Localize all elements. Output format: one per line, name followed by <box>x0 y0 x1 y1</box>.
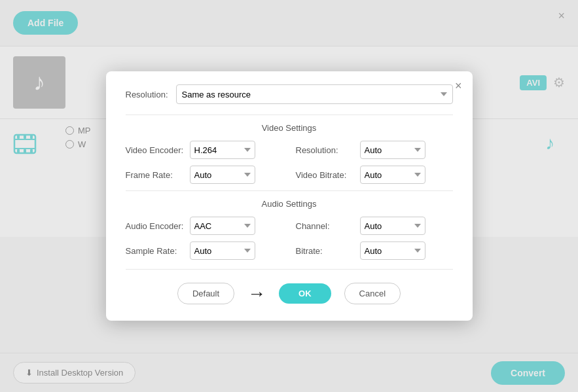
sample-rate-select[interactable]: Auto <box>190 241 255 260</box>
bitrate-label: Bitrate: <box>296 246 355 256</box>
bitrate-select[interactable]: Auto <box>360 241 425 260</box>
ok-button[interactable]: OK <box>279 283 331 304</box>
resolution-top-label: Resolution: <box>126 90 168 99</box>
frame-rate-select[interactable]: Auto <box>190 166 255 184</box>
frame-rate-label: Frame Rate: <box>126 170 185 180</box>
video-bitrate-label: Video Bitrate: <box>296 170 355 180</box>
audio-encoder-select[interactable]: AAC <box>190 217 255 235</box>
sample-rate-row: Sample Rate: Auto <box>126 241 283 260</box>
channel-row: Channel: Auto <box>296 217 453 235</box>
video-encoder-row: Video Encoder: H.264 <box>126 141 283 159</box>
audio-settings-grid: Audio Encoder: AAC Channel: Auto Sample … <box>126 217 453 260</box>
dialog-close-button[interactable]: × <box>455 79 462 93</box>
video-encoder-label: Video Encoder: <box>126 145 185 155</box>
frame-rate-row: Frame Rate: Auto <box>126 166 283 184</box>
arrow-indicator: → <box>247 283 266 304</box>
audio-settings-header: Audio Settings <box>126 190 453 209</box>
sample-rate-label: Sample Rate: <box>126 246 185 256</box>
resolution-sub-row: Resolution: Auto <box>296 141 453 159</box>
audio-encoder-label: Audio Encoder: <box>126 221 185 231</box>
modal-overlay: × Resolution: Same as resource Video Set… <box>0 0 578 392</box>
default-button[interactable]: Default <box>177 283 234 304</box>
resolution-sub-label: Resolution: <box>296 145 355 155</box>
settings-dialog: × Resolution: Same as resource Video Set… <box>106 71 473 321</box>
channel-label: Channel: <box>296 221 355 231</box>
video-settings-grid: Video Encoder: H.264 Resolution: Auto Fr… <box>126 141 453 184</box>
footer-divider <box>126 269 453 270</box>
bitrate-row: Bitrate: Auto <box>296 241 453 260</box>
channel-select[interactable]: Auto <box>360 217 425 235</box>
resolution-row: Resolution: Same as resource <box>126 84 453 104</box>
audio-encoder-row: Audio Encoder: AAC <box>126 217 283 235</box>
video-encoder-select[interactable]: H.264 <box>190 141 255 159</box>
dialog-footer: Default → OK Cancel <box>126 283 453 304</box>
video-bitrate-select[interactable]: Auto <box>360 166 425 184</box>
cancel-button[interactable]: Cancel <box>344 283 401 304</box>
app-background: Add File × ♪ AVI ⚙ <box>0 0 578 392</box>
resolution-select[interactable]: Same as resource <box>176 84 453 104</box>
video-bitrate-row: Video Bitrate: Auto <box>296 166 453 184</box>
video-settings-header: Video Settings <box>126 115 453 133</box>
resolution-sub-select[interactable]: Auto <box>360 141 425 159</box>
